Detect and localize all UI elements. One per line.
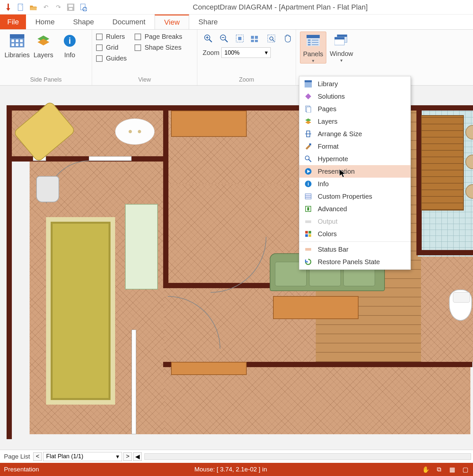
rug <box>46 217 115 405</box>
check-guides[interactable]: Guides <box>96 55 127 62</box>
layers-label: Layers <box>30 51 57 59</box>
menu-item-library[interactable]: Library <box>299 78 411 90</box>
layers-button[interactable]: Layers <box>30 32 57 59</box>
zoom-region-icon[interactable] <box>266 33 277 44</box>
svg-rect-28 <box>251 40 254 42</box>
status-expand-icon[interactable]: ▢ <box>461 465 470 474</box>
svg-rect-14 <box>20 43 23 46</box>
menu-item-arrange-size[interactable]: Arrange & Size <box>299 128 411 140</box>
window-title: ConceptDraw DIAGRAM - [Apartment Plan - … <box>89 3 471 12</box>
menu-item-status-bar[interactable]: Status Bar <box>299 243 411 256</box>
tab-document[interactable]: Document <box>103 14 155 29</box>
layers-icon <box>304 117 312 126</box>
qa-app-icon[interactable] <box>3 2 13 12</box>
group-windows: Panels ▼ LibrarySolutionsPagesLayersArra… <box>296 30 359 85</box>
qa-new-icon[interactable] <box>16 2 26 12</box>
tab-view[interactable]: View <box>155 14 189 29</box>
menu-item-solutions[interactable]: Solutions <box>299 90 411 103</box>
menu-item-layers[interactable]: Layers <box>299 115 411 128</box>
menu-item-label: Custom Properties <box>318 193 372 200</box>
svg-rect-3 <box>68 5 73 7</box>
qa-open-icon[interactable] <box>28 2 38 12</box>
arrange-icon <box>304 130 312 138</box>
menu-item-restore-panels-state[interactable]: Restore Panels State <box>299 256 411 268</box>
check-grid[interactable]: Grid <box>96 44 127 51</box>
menu-item-label: Output <box>318 218 337 225</box>
menu-item-label: Status Bar <box>318 246 348 253</box>
menu-item-label: Presentation <box>318 168 355 175</box>
menu-item-label: Arrange & Size <box>318 130 362 138</box>
menu-item-label: Restore Panels State <box>318 258 380 266</box>
menu-item-info[interactable]: iInfo <box>299 178 411 190</box>
check-shape-sizes[interactable]: Shape Sizes <box>135 44 182 51</box>
tab-home[interactable]: Home <box>26 14 64 29</box>
window-button[interactable]: Window ▼ <box>328 32 355 63</box>
svg-rect-63 <box>305 248 311 251</box>
page-next-button[interactable]: > <box>123 452 132 461</box>
group-view: Rulers Grid Guides Page Breaks Shape Siz… <box>92 30 197 85</box>
fit-page-icon[interactable] <box>234 33 245 44</box>
svg-rect-35 <box>308 39 311 41</box>
scroll-left-button[interactable]: ◀ <box>133 452 142 461</box>
qa-save-icon[interactable] <box>66 2 76 12</box>
tab-share[interactable]: Share <box>189 14 227 29</box>
tab-shape[interactable]: Shape <box>64 14 103 29</box>
grid-label: Grid <box>106 44 118 51</box>
qa-redo-icon[interactable]: ↷ <box>53 2 63 12</box>
check-rulers[interactable]: Rulers <box>96 33 127 40</box>
svg-rect-65 <box>337 35 347 37</box>
menu-item-label: Colors <box>318 230 337 238</box>
svg-rect-11 <box>20 39 23 42</box>
menu-item-label: Solutions <box>318 93 345 100</box>
h-scrollbar[interactable] <box>144 453 471 460</box>
qa-undo-icon[interactable]: ↶ <box>41 2 51 12</box>
svg-rect-29 <box>255 40 258 42</box>
zoom-label: Zoom <box>203 49 219 57</box>
menu-item-hypernote[interactable]: Hypernote <box>299 153 411 165</box>
page-prev-button[interactable]: < <box>33 452 42 461</box>
svg-rect-0 <box>8 4 9 8</box>
menu-item-presentation[interactable]: Presentation <box>299 165 411 178</box>
svg-rect-57 <box>307 207 309 211</box>
menu-item-custom-properties[interactable]: Custom Properties <box>299 190 411 203</box>
menu-item-label: Advanced <box>318 205 347 213</box>
status-left: Presentation <box>0 466 43 473</box>
menu-item-advanced[interactable]: Advanced <box>299 203 411 215</box>
zoom-in-icon[interactable] <box>203 33 214 44</box>
info-button[interactable]: i Info <box>57 32 83 59</box>
group-zoom: Zoom 100%▾ Zoom <box>197 30 296 85</box>
layers-icon <box>36 33 51 49</box>
libraries-button[interactable]: Libraries <box>4 32 30 59</box>
svg-line-22 <box>225 39 228 42</box>
status-select-icon[interactable]: ▦ <box>448 465 457 474</box>
status-hand-icon[interactable]: ✋ <box>422 465 430 474</box>
menu-item-colors[interactable]: Colors <box>299 228 411 240</box>
menu-item-format[interactable]: Format <box>299 140 411 153</box>
svg-rect-58 <box>305 220 311 223</box>
check-page-breaks[interactable]: Page Breaks <box>135 33 182 40</box>
status-fit-icon[interactable]: ⧉ <box>435 465 443 474</box>
coffee-table <box>273 296 359 319</box>
svg-rect-33 <box>307 35 320 38</box>
fit-selection-icon[interactable] <box>250 33 261 44</box>
advanced-icon <box>304 205 312 213</box>
svg-rect-10 <box>16 39 18 42</box>
pan-hand-icon[interactable] <box>282 33 293 44</box>
tab-file[interactable]: File <box>0 14 26 29</box>
qa-print-preview-icon[interactable] <box>78 2 88 12</box>
zoom-out-icon[interactable] <box>218 33 230 44</box>
info-label: Info <box>57 51 83 59</box>
menu-item-label: Library <box>318 80 338 88</box>
svg-rect-61 <box>305 234 308 237</box>
page-combo[interactable]: Flat Plan (1/1)▾ <box>43 452 122 461</box>
panels-icon <box>306 33 320 48</box>
menu-item-label: Hypernote <box>318 155 348 163</box>
page-combo-value: Flat Plan (1/1) <box>46 453 83 460</box>
desk-bottom <box>171 362 247 375</box>
restore-icon <box>304 258 312 266</box>
svg-rect-7 <box>10 34 24 38</box>
main-tabs: File Home Shape Document View Share <box>0 14 473 30</box>
panels-button[interactable]: Panels ▼ LibrarySolutionsPagesLayersArra… <box>300 32 326 63</box>
zoom-combo[interactable]: 100%▾ <box>221 47 271 58</box>
menu-item-pages[interactable]: Pages <box>299 103 411 115</box>
